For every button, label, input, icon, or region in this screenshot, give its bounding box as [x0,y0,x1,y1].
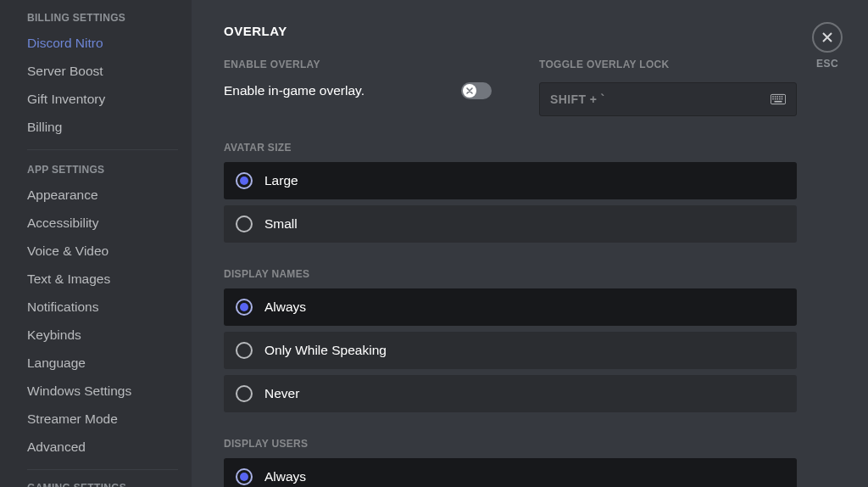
radio-avatar-large[interactable]: Large [224,162,797,199]
sidebar-divider [27,149,178,150]
sidebar-item-appearance[interactable]: Appearance [15,181,185,209]
sidebar-item-notifications[interactable]: Notifications [15,293,185,321]
close-wrap: ESC [812,22,843,70]
display-users-heading: DISPLAY USERS [224,438,797,450]
sidebar-item-server-boost[interactable]: Server Boost [15,57,185,85]
radio-names-while-speaking[interactable]: Only While Speaking [224,332,797,369]
radio-avatar-small[interactable]: Small [224,205,797,243]
radio-label: Small [264,216,298,232]
radio-names-never[interactable]: Never [224,375,797,412]
sidebar-item-label: Server Boost [27,64,103,79]
radio-icon [236,299,253,316]
radio-users-always[interactable]: Always [224,458,797,487]
radio-icon [236,216,253,232]
close-label: ESC [816,58,838,70]
sidebar-section-header: APP SETTINGS [15,159,185,181]
sidebar-item-advanced[interactable]: Advanced [15,433,185,461]
radio-icon [236,342,253,359]
overlay-lock-keybind-input[interactable]: SHIFT + ` [539,82,797,116]
sidebar-item-text-images[interactable]: Text & Images [15,265,185,293]
enable-overlay-heading: ENABLE OVERLAY [224,59,492,70]
sidebar-item-label: Billing [27,120,62,135]
toggle-lock-heading: TOGGLE OVERLAY LOCK [539,59,797,70]
radio-label: Only While Speaking [264,343,387,358]
sidebar-item-label: Language [27,355,86,371]
sidebar-item-label: Gift Inventory [27,92,105,107]
radio-icon [236,468,253,485]
sidebar-divider [27,469,178,470]
toggle-knob [463,84,476,98]
radio-label: Always [264,299,306,315]
toggle-off-icon [465,87,474,95]
sidebar-item-label: Notifications [27,299,98,315]
sidebar-item-streamer-mode[interactable]: Streamer Mode [15,405,185,433]
sidebar-item-accessibility[interactable]: Accessibility [15,209,185,237]
sidebar-item-label: Keybinds [27,327,81,343]
close-button[interactable] [812,22,843,53]
sidebar-item-label: Accessibility [27,216,98,231]
radio-label: Always [264,469,306,484]
settings-main: ESC OVERLAY ENABLE OVERLAY Enable in-gam… [192,0,868,487]
sidebar-item-label: Appearance [27,188,98,203]
svg-rect-4 [779,96,781,98]
svg-rect-10 [782,98,783,100]
svg-rect-11 [775,101,782,103]
sidebar-item-billing[interactable]: Billing [15,113,185,141]
enable-overlay-toggle[interactable] [461,82,492,99]
keybind-value: SHIFT + ` [550,92,605,106]
radio-icon [236,385,253,402]
sidebar-item-windows-settings[interactable]: Windows Settings [15,377,185,405]
close-icon [821,31,834,44]
sidebar-item-keybinds[interactable]: Keybinds [15,321,185,349]
sidebar-item-label: Windows Settings [27,383,131,399]
display-names-heading: DISPLAY NAMES [224,268,797,280]
avatar-size-heading: AVATAR SIZE [224,142,797,154]
page-title: OVERLAY [224,24,797,38]
sidebar-section-header: GAMING SETTINGS [15,479,185,487]
sidebar-item-language[interactable]: Language [15,349,185,377]
sidebar-item-label: Discord Nitro [27,36,103,51]
svg-rect-8 [777,98,779,100]
settings-sidebar: BILLING SETTINGS Discord Nitro Server Bo… [0,0,192,487]
svg-rect-7 [775,98,776,100]
sidebar-item-gift-inventory[interactable]: Gift Inventory [15,85,185,113]
svg-rect-3 [777,96,779,98]
sidebar-item-label: Streamer Mode [27,411,118,427]
sidebar-section-header: BILLING SETTINGS [15,7,185,29]
radio-names-always[interactable]: Always [224,288,797,326]
radio-icon [236,172,253,189]
sidebar-item-voice-video[interactable]: Voice & Video [15,237,185,265]
svg-rect-5 [782,96,783,98]
svg-rect-6 [772,98,774,100]
sidebar-item-label: Text & Images [27,271,110,287]
sidebar-item-label: Voice & Video [27,244,108,259]
radio-label: Never [264,386,299,401]
radio-label: Large [264,173,298,188]
enable-overlay-label: Enable in-game overlay. [224,83,364,98]
sidebar-item-label: Advanced [27,439,86,455]
svg-rect-9 [779,98,781,100]
keyboard-icon [771,93,786,105]
svg-rect-1 [772,96,774,98]
sidebar-item-discord-nitro[interactable]: Discord Nitro [15,29,185,57]
svg-rect-2 [775,96,776,98]
